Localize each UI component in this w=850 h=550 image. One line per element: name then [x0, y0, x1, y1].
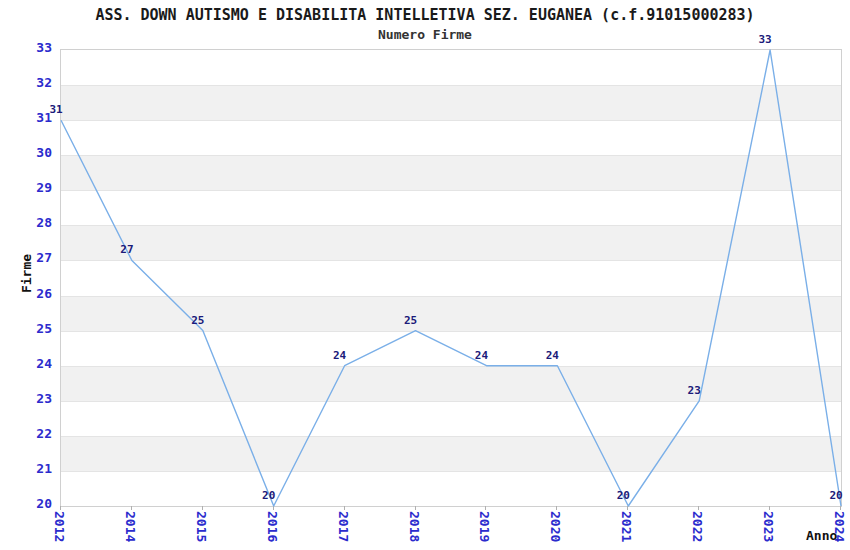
data-point-label: 27	[120, 243, 133, 256]
chart-subtitle: Numero Firme	[0, 27, 850, 42]
y-tick-label: 21	[0, 462, 52, 476]
x-tick-label: 2018	[407, 511, 422, 542]
x-tick-mark	[131, 506, 132, 510]
x-tick-label: 2017	[336, 511, 351, 542]
data-point-label: 31	[49, 103, 62, 116]
data-point-label: 24	[333, 349, 346, 362]
x-tick-mark	[698, 506, 699, 510]
data-point-label: 24	[475, 349, 488, 362]
y-tick-label: 25	[0, 322, 52, 336]
y-tick-label: 32	[0, 76, 52, 90]
x-axis-label: Anno	[806, 528, 837, 543]
x-tick-mark	[202, 506, 203, 510]
line-series	[61, 50, 841, 506]
y-tick-label: 33	[0, 41, 52, 55]
plot-area	[60, 49, 842, 507]
x-tick-label: 2021	[619, 511, 634, 542]
data-point-label: 25	[191, 314, 204, 327]
y-tick-label: 30	[0, 146, 52, 160]
x-tick-mark	[415, 506, 416, 510]
x-tick-mark	[556, 506, 557, 510]
data-point-label: 20	[262, 489, 275, 502]
y-tick-label: 29	[0, 181, 52, 195]
x-tick-mark	[344, 506, 345, 510]
y-tick-label: 24	[0, 357, 52, 371]
x-tick-mark	[840, 506, 841, 510]
x-tick-label: 2022	[690, 511, 705, 542]
data-point-label: 25	[404, 314, 417, 327]
x-tick-label: 2015	[194, 511, 209, 542]
x-tick-mark	[485, 506, 486, 510]
y-tick-label: 28	[0, 216, 52, 230]
y-tick-label: 23	[0, 392, 52, 406]
x-tick-label: 2020	[548, 511, 563, 542]
chart-canvas: ASS. DOWN AUTISMO E DISABILITA INTELLETI…	[0, 0, 850, 550]
y-tick-label: 26	[0, 287, 52, 301]
x-tick-label: 2012	[52, 511, 67, 542]
x-tick-mark	[769, 506, 770, 510]
data-point-label: 20	[829, 489, 842, 502]
data-point-label: 23	[688, 384, 701, 397]
data-point-label: 33	[758, 33, 771, 46]
x-tick-label: 2019	[477, 511, 492, 542]
chart-title: ASS. DOWN AUTISMO E DISABILITA INTELLETI…	[0, 6, 850, 24]
data-point-label: 20	[617, 489, 630, 502]
line-series-svg	[61, 50, 841, 506]
x-tick-mark	[60, 506, 61, 510]
y-tick-label: 22	[0, 427, 52, 441]
x-tick-label: 2016	[265, 511, 280, 542]
y-tick-label: 20	[0, 497, 52, 511]
x-tick-label: 2014	[123, 511, 138, 542]
y-tick-label: 27	[0, 251, 52, 265]
x-tick-label: 2023	[761, 511, 776, 542]
y-tick-label: 31	[0, 111, 52, 125]
data-point-label: 24	[546, 349, 559, 362]
